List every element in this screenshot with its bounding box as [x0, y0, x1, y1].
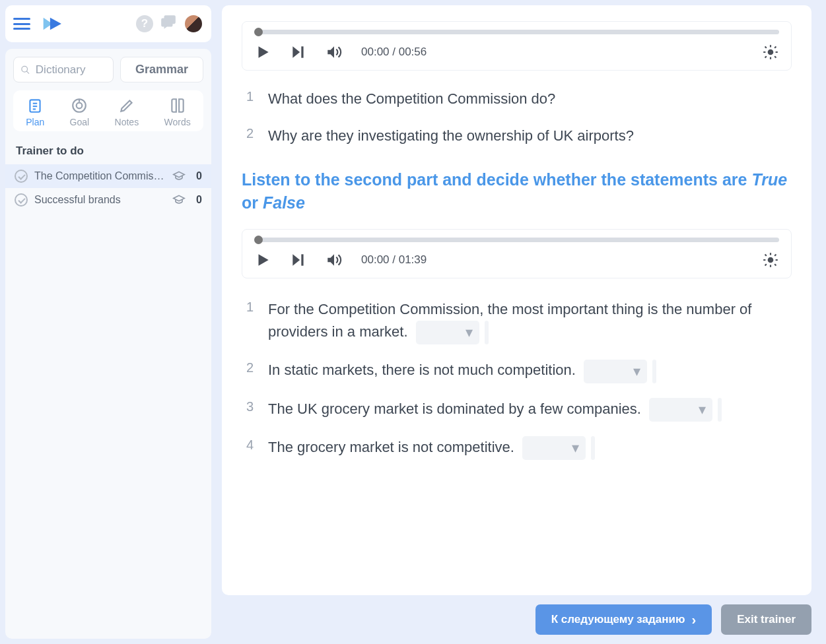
- true-false-select[interactable]: ▾: [416, 321, 479, 344]
- statement-text-content: In static markets, there is not much com…: [268, 362, 576, 378]
- audio-controls-2: 00:00 / 01:39: [254, 251, 779, 269]
- chat-icon[interactable]: [160, 14, 177, 34]
- goal-icon: [71, 97, 88, 114]
- next-task-button[interactable]: К следующему заданию ›: [535, 604, 712, 635]
- avatar[interactable]: [184, 14, 203, 34]
- audio-player-1: 00:00 / 00:56: [242, 21, 792, 71]
- svg-marker-1: [50, 18, 61, 30]
- logo[interactable]: [42, 15, 65, 32]
- statement-row: 3 The UK grocery market is dominated by …: [242, 398, 792, 422]
- top-bar-right: ?: [136, 14, 203, 34]
- question-text: Why are they investigating the ownership…: [268, 125, 792, 147]
- select-handle[interactable]: [485, 321, 489, 344]
- audio-progress-2[interactable]: [254, 238, 779, 242]
- tab-notes[interactable]: Notes: [115, 97, 139, 127]
- select-handle[interactable]: [718, 398, 722, 422]
- question-list-1: 1 What does the Competition Commission d…: [242, 88, 792, 147]
- statement-number: 3: [242, 399, 254, 414]
- chevron-down-icon: ▾: [572, 437, 579, 459]
- main-content: 00:00 / 00:56 1 What does the Competitio…: [222, 5, 811, 595]
- statement-number: 4: [242, 437, 254, 453]
- gear-icon[interactable]: [762, 251, 779, 269]
- select-handle[interactable]: [591, 436, 595, 460]
- play-icon[interactable]: [254, 251, 271, 269]
- statement-row: 4 The grocery market is not competitive.…: [242, 436, 792, 460]
- grammar-button[interactable]: Grammar: [120, 57, 203, 82]
- menu-icon[interactable]: [13, 18, 30, 30]
- instruction-false: False: [263, 193, 305, 212]
- instruction-text: Listen to the second part and decide whe…: [242, 168, 792, 214]
- instruction-mid: or: [242, 193, 263, 212]
- search-row: Grammar: [5, 49, 211, 90]
- tab-goal[interactable]: Goal: [70, 97, 90, 127]
- check-icon: [15, 170, 28, 183]
- volume-icon[interactable]: [326, 44, 343, 61]
- exit-trainer-button[interactable]: Exit trainer: [721, 604, 811, 635]
- volume-icon[interactable]: [326, 251, 343, 269]
- tab-plan[interactable]: Plan: [26, 97, 44, 127]
- tab-words-label: Words: [164, 117, 191, 127]
- statement-text: The UK grocery market is dominated by a …: [268, 398, 792, 422]
- dictionary-input-wrap[interactable]: [13, 57, 114, 82]
- instruction-true: True: [751, 170, 787, 189]
- task-item-brands[interactable]: Successful brands 0: [5, 188, 211, 212]
- task-label: Successful brands: [34, 194, 166, 206]
- question-row: 2 Why are they investigating the ownersh…: [242, 125, 792, 147]
- help-icon[interactable]: ?: [136, 15, 153, 32]
- svg-marker-11: [259, 46, 269, 57]
- svg-marker-16: [259, 255, 269, 266]
- skip-icon[interactable]: [290, 251, 307, 269]
- dictionary-input[interactable]: [36, 63, 106, 77]
- words-icon: [169, 97, 186, 114]
- tab-notes-label: Notes: [115, 117, 139, 127]
- gear-icon[interactable]: [762, 44, 779, 61]
- select-handle[interactable]: [652, 360, 656, 383]
- svg-marker-12: [293, 46, 300, 57]
- svg-point-9: [77, 103, 83, 109]
- tool-tabs: Plan Goal Notes Words: [13, 90, 203, 131]
- top-bar: ?: [5, 5, 211, 42]
- skip-icon[interactable]: [290, 44, 307, 61]
- chevron-down-icon: ▾: [465, 321, 473, 344]
- statement-number: 1: [242, 300, 254, 315]
- next-task-label: К следующему заданию: [551, 613, 685, 626]
- svg-marker-14: [327, 46, 334, 57]
- task-count: 0: [196, 170, 202, 182]
- plan-icon: [26, 97, 44, 114]
- exit-trainer-label: Exit trainer: [737, 613, 796, 626]
- true-false-select[interactable]: ▾: [522, 436, 586, 460]
- graduation-icon: [172, 170, 186, 183]
- audio-progress-1[interactable]: [254, 30, 779, 34]
- statement-text-content: For the Competition Commission, the most…: [268, 301, 751, 340]
- statement-text: For the Competition Commission, the most…: [268, 298, 792, 344]
- audio-player-2: 00:00 / 01:39: [242, 229, 792, 278]
- task-label: The Competition Commiss...: [34, 170, 166, 182]
- svg-point-20: [769, 258, 773, 263]
- check-icon: [15, 193, 28, 207]
- question-number: 2: [242, 126, 254, 141]
- top-bar-left: [13, 15, 65, 32]
- statement-number: 2: [242, 360, 254, 375]
- true-false-select[interactable]: ▾: [649, 398, 712, 422]
- svg-rect-13: [301, 46, 303, 57]
- statement-text-content: The grocery market is not competitive.: [268, 439, 514, 455]
- tab-words[interactable]: Words: [164, 97, 191, 127]
- svg-rect-18: [301, 255, 303, 266]
- statement-text-content: The UK grocery market is dominated by a …: [268, 401, 641, 417]
- statement-row: 1 For the Competition Commission, the mo…: [242, 298, 792, 344]
- svg-marker-19: [327, 255, 334, 266]
- statement-list: 1 For the Competition Commission, the mo…: [242, 298, 792, 460]
- true-false-select[interactable]: ▾: [584, 360, 647, 383]
- play-icon[interactable]: [254, 44, 271, 61]
- question-number: 1: [242, 89, 254, 104]
- task-count: 0: [196, 194, 202, 206]
- instruction-pre: Listen to the second part and decide whe…: [242, 170, 751, 189]
- audio-time-2: 00:00 / 01:39: [361, 253, 427, 267]
- tab-plan-label: Plan: [26, 117, 44, 127]
- chevron-down-icon: ▾: [699, 399, 706, 421]
- svg-point-15: [769, 50, 773, 55]
- chevron-right-icon: ›: [692, 613, 697, 626]
- svg-marker-17: [293, 255, 300, 266]
- chevron-down-icon: ▾: [633, 360, 640, 383]
- task-item-competition[interactable]: The Competition Commiss... 0: [5, 164, 211, 188]
